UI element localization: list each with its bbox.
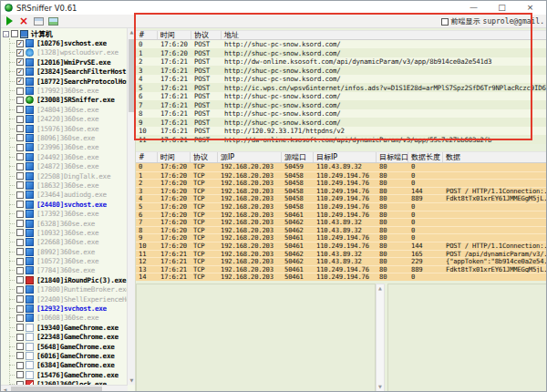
tree-item[interactable]: ✓[23824]SearchFilterHost.exe	[1, 67, 128, 77]
maximize-button[interactable]: □	[488, 1, 516, 15]
column-header[interactable]: #	[136, 152, 158, 162]
url-row[interactable]: 817:6:21POSThttp://shuc-pc-snow.ksord.co…	[136, 109, 547, 119]
process-checkbox[interactable]	[16, 116, 24, 123]
url-row[interactable]: 917:6:21POSThttp://shuc-pc-snow.ksord.co…	[136, 119, 547, 128]
process-checkbox[interactable]	[16, 239, 24, 246]
column-header[interactable]: 时间	[158, 152, 191, 162]
process-checkbox[interactable]	[16, 153, 24, 160]
detail-pane-scrollbar[interactable]: ▲ ▼	[376, 284, 385, 392]
process-checkbox[interactable]	[16, 211, 24, 218]
tree-item[interactable]: ✓[18772]SearchProtocolHost.exe	[1, 77, 128, 86]
packet-row[interactable]: 717:6:20TCP192.168.20.20350462110.43.89.…	[136, 218, 547, 226]
column-header[interactable]: 协议	[191, 31, 222, 39]
scroll-down-icon[interactable]: ▼	[128, 377, 136, 385]
process-checkbox[interactable]	[16, 106, 24, 113]
packet-row[interactable]: 1317:6:21TCP192.168.20.20350461110.249.1…	[136, 265, 547, 273]
tree-item[interactable]: [10572]360se.exe	[1, 256, 128, 265]
process-checkbox[interactable]	[16, 181, 24, 189]
process-checkbox[interactable]: ✓	[16, 49, 24, 57]
close-button[interactable]: ×	[516, 1, 544, 15]
packet-row[interactable]: 217:6:20TCP192.168.20.20350458110.249.19…	[136, 179, 547, 187]
packet-row[interactable]: 1217:6:21TCP192.168.20.20350462110.43.89…	[136, 257, 547, 265]
tree-item[interactable]: [22348]GameChrome.exe	[1, 333, 128, 342]
packet-row[interactable]: 1117:6:21TCP192.168.20.20350462110.43.89…	[136, 250, 547, 258]
collapse-expander-icon[interactable]: -	[3, 31, 9, 37]
tree-item[interactable]: ✓[12016]WmiPrvSE.exe	[1, 57, 128, 67]
tree-item[interactable]: [15976]360se.exe	[1, 124, 128, 133]
process-checkbox[interactable]	[16, 362, 24, 369]
tree-item[interactable]: [10932]360se.exe	[1, 228, 128, 237]
url-row[interactable]: 317:6:21POSThttp://shuc-pc-snow.ksord.co…	[136, 67, 547, 76]
tree-item[interactable]: [18632]360se.exe	[1, 181, 128, 190]
process-checkbox[interactable]	[16, 286, 24, 294]
process-checkbox[interactable]	[16, 125, 24, 132]
tree-item[interactable]: [24480]svchost.exe	[1, 200, 128, 209]
column-header[interactable]: 目标IP	[314, 152, 377, 162]
process-checkbox[interactable]	[16, 229, 24, 236]
packet-row[interactable]: 317:6:20TCP192.168.20.20350458110.249.19…	[136, 187, 547, 195]
url-row[interactable]: 1017:6:21POSThttp://120.92.33.171/httpdn…	[136, 127, 547, 136]
tree-item[interactable]: [8096]360se.exe	[1, 133, 128, 142]
tree-item[interactable]: [6328]360se.exe	[1, 219, 128, 228]
tree-vscroll-thumb[interactable]	[129, 39, 135, 112]
column-header[interactable]: 源IP	[218, 152, 282, 162]
tree-item[interactable]: [6384]GameChrome.exe	[1, 361, 128, 370]
tree-item[interactable]: [17992]360se.exe	[1, 86, 128, 95]
column-header[interactable]: 时间	[158, 31, 191, 39]
process-checkbox[interactable]: ✓	[16, 77, 24, 85]
process-checkbox[interactable]	[16, 220, 24, 227]
column-header[interactable]: 源端口	[282, 152, 314, 162]
process-checkbox[interactable]: ✓	[16, 40, 24, 47]
packet-detail-pane[interactable]	[136, 284, 376, 392]
tree-item[interactable]: [22400]ShellExperienceHost	[1, 294, 128, 304]
column-header[interactable]: 数据长度	[408, 152, 443, 162]
stop-capture-button[interactable]: ×	[17, 15, 30, 27]
tree-item[interactable]: [24492]360se.exe	[1, 152, 128, 161]
tree-item[interactable]: [17392]360se.exe	[1, 209, 128, 218]
tree-item[interactable]: [23008]SRSniffer.exe	[1, 96, 128, 105]
url-row[interactable]: 117:6:20POSThttp://shuc-pc-snow.ksord.co…	[136, 49, 547, 58]
tree-item[interactable]: [24220]360se.exe	[1, 115, 128, 124]
url-row[interactable]: 717:6:21POSThttp://shuc-pc-snow.ksord.co…	[136, 101, 547, 110]
tree-item[interactable]: [17800]RuntimeBroker.exe	[1, 285, 128, 294]
tree-item[interactable]: [15476]GameChrome.exe	[1, 370, 128, 379]
process-checkbox[interactable]	[16, 295, 24, 303]
tree-item[interactable]: [21840]iRoundPic(3).exe	[1, 275, 128, 284]
url-row[interactable]: 1117:6:21POSThttp://dw-online.ksosoft.co…	[136, 136, 547, 145]
process-checkbox[interactable]	[16, 343, 24, 350]
process-checkbox[interactable]	[16, 371, 24, 378]
process-checkbox[interactable]: ✓	[16, 58, 24, 66]
packet-row[interactable]: 617:6:20TCP192.168.20.20350461110.249.19…	[136, 211, 547, 219]
process-checkbox[interactable]	[16, 201, 24, 208]
tree-item[interactable]: [12932]svchost.exe	[1, 304, 128, 313]
tree-item[interactable]: [5648]GameChrome.exe	[1, 342, 128, 351]
process-checkbox[interactable]	[16, 88, 24, 95]
tree-item[interactable]: [10608]360se.exe	[1, 314, 128, 323]
tree-hscroll-thumb[interactable]	[11, 387, 102, 392]
url-row[interactable]: 417:6:21POSThttp://shuc-pc-snow.ksord.co…	[136, 75, 547, 84]
tree-item[interactable]: ✓[10276]svchost.exe	[1, 38, 128, 47]
process-checkbox[interactable]	[16, 172, 24, 180]
tree-item[interactable]: [23996]360se.exe	[1, 143, 128, 152]
column-header[interactable]: 协议	[191, 152, 218, 162]
url-row[interactable]: 517:6:21POSThttp://ic.wps.cn/wpsv6intern…	[136, 84, 547, 93]
process-checkbox[interactable]	[16, 144, 24, 151]
packet-row[interactable]: 417:6:20TCP192.168.20.20350458110.249.19…	[136, 194, 547, 202]
front-display-checkbox[interactable]	[441, 18, 449, 26]
process-checkbox[interactable]	[16, 97, 24, 104]
minimize-button[interactable]: —	[459, 1, 488, 15]
packet-hex-pane[interactable]	[387, 284, 547, 392]
packet-row[interactable]: 1417:6:21TCP192.168.20.20350461110.249.1…	[136, 273, 547, 281]
tree-horizontal-scrollbar[interactable]: ◄ ►	[1, 385, 128, 392]
url-row[interactable]: 617:6:21POSThttp://shuc-pc-snow.ksord.co…	[136, 92, 547, 101]
scroll-up-icon[interactable]: ▲	[128, 28, 136, 36]
tree-item[interactable]: [8992]360se.exe	[1, 247, 128, 256]
process-checkbox[interactable]	[16, 248, 24, 255]
start-capture-button[interactable]	[3, 15, 15, 27]
process-checkbox[interactable]	[16, 305, 24, 313]
tree-item[interactable]: [23464]audiodg.exe	[1, 191, 128, 200]
process-checkbox[interactable]	[16, 267, 24, 274]
process-checkbox[interactable]	[16, 258, 24, 265]
packet-row[interactable]: 517:6:20TCP192.168.20.20350458110.249.19…	[136, 202, 547, 211]
tree-root[interactable]: - 计算机	[1, 29, 128, 38]
